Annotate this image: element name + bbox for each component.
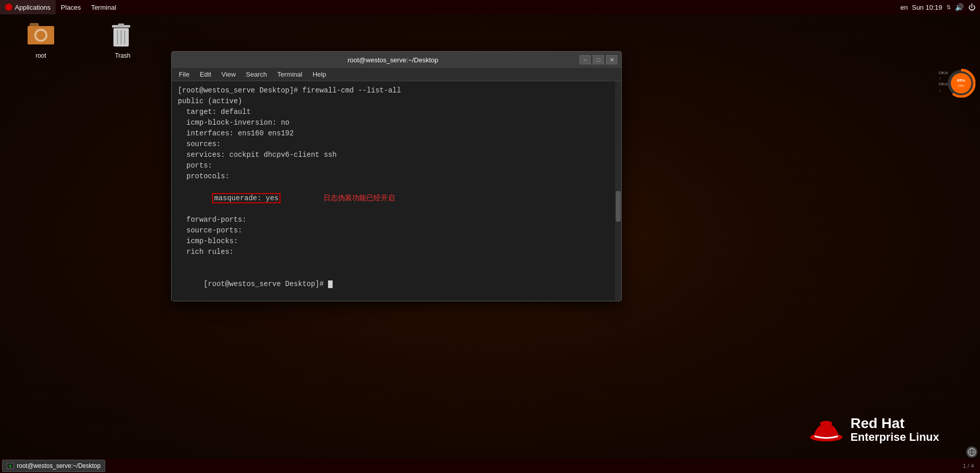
term-line-10: masquerade: yes 日志伪装功能已经开启 xyxy=(178,182,615,215)
title-buttons: − □ ✕ xyxy=(579,55,617,64)
terminal-titlebar: root@westos_serve:~/Desktop − □ ✕ xyxy=(172,52,621,68)
masquerade-prefix xyxy=(203,194,212,202)
term-line-4: icmp-block-inversion: no xyxy=(178,117,615,128)
folder-icon xyxy=(28,23,54,50)
term-line-7: services: cockpit dhcpv6-client ssh xyxy=(178,150,615,160)
annotation: 日志伪装功能已经开启 xyxy=(323,194,395,202)
network-icon: ⇅ xyxy=(946,4,951,11)
menu-places[interactable]: Places xyxy=(56,0,86,14)
desktop-icon-trash[interactable]: Trash xyxy=(102,23,143,60)
annotation-gap xyxy=(281,194,323,202)
globe-icon xyxy=(968,448,976,456)
volume-icon: 🔊 xyxy=(955,3,964,11)
term-line-8: ports: xyxy=(178,160,615,171)
redhat-enterprise: Enterprise Linux xyxy=(850,431,939,443)
scrollbar-thumb xyxy=(616,191,621,222)
masquerade-highlighted: masquerade: yes xyxy=(212,193,281,203)
redhat-logo: Red Hat Enterprise Linux xyxy=(808,414,939,445)
maximize-button[interactable]: □ xyxy=(593,55,604,64)
prompt: [root@westos_serve Desktop]# xyxy=(203,280,328,288)
term-line-15 xyxy=(178,257,615,268)
trash-icon-label: Trash xyxy=(113,52,132,60)
term-line-2: public (active) xyxy=(178,96,615,107)
taskbar-terminal-item[interactable]: $ root@westos_serve:~/Desktop xyxy=(2,460,105,472)
trash-icon xyxy=(109,23,136,50)
desktop-icon-root[interactable]: root xyxy=(20,23,61,60)
term-line-5: interfaces: ens160 ens192 xyxy=(178,128,615,139)
taskbar-item-label: root@westos_serve:~/Desktop xyxy=(17,462,101,469)
close-button[interactable]: ✕ xyxy=(606,55,617,64)
terminal-body[interactable]: [root@westos_serve Desktop]# firewall-cm… xyxy=(172,81,621,301)
taskbar-term-icon: $ xyxy=(7,463,14,469)
term-prompt-line[interactable]: [root@westos_serve Desktop]# xyxy=(178,268,615,300)
menu-applications[interactable]: Applications xyxy=(0,0,56,14)
svg-text:CPU: CPU xyxy=(958,84,965,87)
terminal-title: root@westos_serve:~/Desktop xyxy=(206,56,579,64)
stat-ok1: OK/s ↑ xyxy=(939,70,948,81)
terminal-window: root@westos_serve:~/Desktop − □ ✕ File E… xyxy=(171,51,622,301)
stat-ok2: OK/s ↓ xyxy=(939,81,948,92)
terminal-scrollbar[interactable] xyxy=(615,81,621,301)
term-line-6: sources: xyxy=(178,139,615,150)
menubar-right: en Sun 10:19 ⇅ 🔊 ⏻ xyxy=(900,3,980,11)
redhat-text: Red Hat Enterprise Linux xyxy=(850,416,939,444)
term-menu-edit[interactable]: Edit xyxy=(195,68,216,81)
redhat-name: Red Hat xyxy=(850,416,939,432)
term-line-11: forward-ports: xyxy=(178,215,615,225)
redhat-dot-icon xyxy=(5,4,12,11)
term-line-1: [root@westos_serve Desktop]# firewall-cm… xyxy=(178,85,615,96)
term-line-13: icmp-blocks: xyxy=(178,236,615,247)
term-menu-terminal[interactable]: Terminal xyxy=(272,68,308,81)
svg-point-10 xyxy=(951,73,971,93)
svg-rect-0 xyxy=(28,26,54,44)
term-menu-search[interactable]: Search xyxy=(241,68,272,81)
power-icon[interactable]: ⏻ xyxy=(968,3,976,11)
taskbar-pager: 1 / 4 xyxy=(963,463,978,469)
svg-point-1 xyxy=(36,30,46,40)
term-line-12: source-ports: xyxy=(178,225,615,236)
minimize-button[interactable]: − xyxy=(579,55,591,64)
system-monitor: 85% CPU OK/s ↑ OK/s ↓ xyxy=(947,69,977,100)
datetime: Sun 10:19 xyxy=(912,4,942,11)
term-menu-view[interactable]: View xyxy=(216,68,241,81)
svg-point-14 xyxy=(820,421,832,426)
root-icon-label: root xyxy=(34,52,49,60)
menu-terminal[interactable]: Terminal xyxy=(86,0,121,14)
terminal-menu-bar: File Edit View Search Terminal Help xyxy=(172,68,621,81)
top-menubar: Applications Places Terminal en Sun 10:1… xyxy=(0,0,980,14)
svg-rect-3 xyxy=(118,23,124,26)
locale-indicator: en xyxy=(900,4,907,11)
term-menu-file[interactable]: File xyxy=(174,68,195,81)
svg-text:85%: 85% xyxy=(957,78,965,83)
redhat-hat-icon xyxy=(808,414,844,445)
taskbar: $ root@westos_serve:~/Desktop 1 / 4 xyxy=(0,459,980,473)
term-menu-help[interactable]: Help xyxy=(308,68,332,81)
term-line-14: rich rules: xyxy=(178,247,615,257)
term-line-3: target: default xyxy=(178,107,615,117)
term-line-9: protocols: xyxy=(178,171,615,182)
globe-button[interactable] xyxy=(966,446,977,458)
cursor xyxy=(328,280,333,288)
